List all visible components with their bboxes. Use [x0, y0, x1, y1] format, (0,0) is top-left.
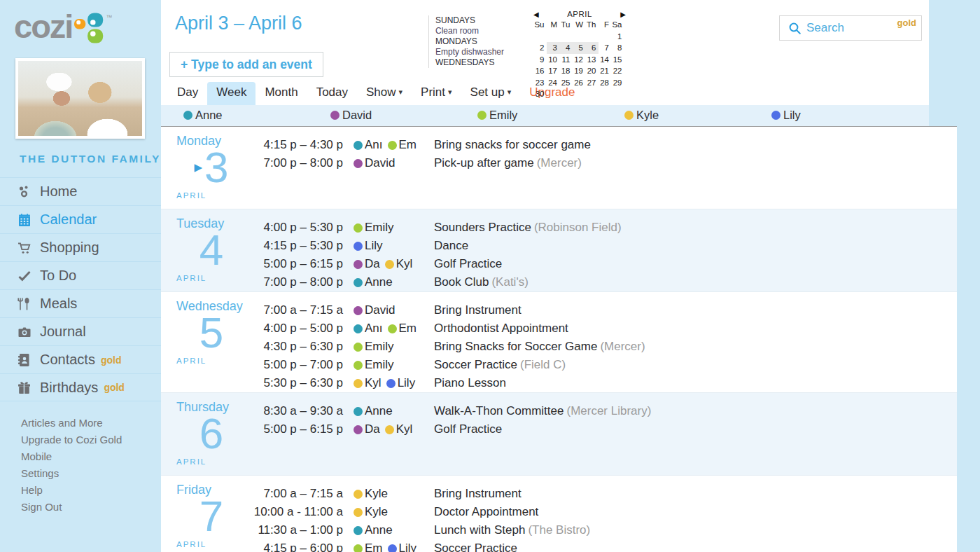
tab-week[interactable]: Week: [207, 82, 255, 105]
mini-calendar-date[interactable]: 14: [598, 54, 612, 66]
event-row[interactable]: 10:00 a - 11:00 aKyleDoctor Appointment: [238, 503, 957, 521]
sidebar-item-contacts[interactable]: Contactsgold: [0, 345, 161, 373]
mini-calendar: ◀ APRIL ▶ SuMTuWThFSa1234567891011121314…: [533, 10, 626, 100]
tab-show[interactable]: Show▾: [357, 82, 412, 105]
search-input[interactable]: [806, 16, 890, 40]
event-time: 5:00 p – 6:15 p: [238, 420, 343, 439]
mini-calendar-date[interactable]: 10: [547, 54, 560, 66]
tab-day[interactable]: Day: [168, 82, 207, 105]
sidebar-link-articles-and-more[interactable]: Articles and More: [21, 415, 161, 432]
sidebar-item-birthdays[interactable]: Birthdaysgold: [0, 373, 161, 401]
mini-calendar-date[interactable]: 24: [547, 77, 560, 89]
mini-calendar-date[interactable]: 4: [559, 42, 573, 54]
event-row[interactable]: 8:30 a – 9:30 aAnneWalk-A-Thon Committee…: [238, 402, 957, 420]
sidebar-link-upgrade-to-cozi-gold[interactable]: Upgrade to Cozi Gold: [21, 432, 161, 448]
event-row[interactable]: 4:00 p – 5:00 pAnıEmOrthodontist Appoint…: [238, 319, 957, 338]
sidebar-item-journal[interactable]: Journal: [0, 317, 161, 345]
day-number: 4: [200, 228, 223, 272]
mini-calendar-date[interactable]: 28: [598, 77, 612, 89]
event-row[interactable]: 5:00 p – 6:15 pDaKylGolf Practice: [238, 420, 957, 439]
sidebar-item-meals[interactable]: Meals: [0, 289, 161, 317]
event-title-text: Sounders Practice: [434, 221, 531, 234]
mini-calendar-date[interactable]: 6: [585, 42, 598, 54]
event-title: Soccer Practice(Field C): [434, 356, 957, 374]
tab-today[interactable]: Today: [307, 82, 357, 105]
mini-calendar-date[interactable]: 12: [573, 54, 586, 66]
attendee-name: Anı: [365, 136, 383, 154]
event-location: (The Bistro): [528, 523, 590, 537]
mini-calendar-date[interactable]: 1: [611, 31, 624, 43]
mini-calendar-date[interactable]: 22: [611, 65, 624, 77]
mini-calendar-date[interactable]: 13: [585, 54, 598, 66]
mini-calendar-empty-cell: [585, 88, 598, 100]
mini-calendar-date[interactable]: 20: [585, 65, 598, 77]
attendee-name: Kyl: [396, 255, 413, 273]
tab-print[interactable]: Print▾: [412, 82, 461, 105]
mini-calendar-date[interactable]: 19: [573, 65, 586, 77]
attendee-name: Kyle: [365, 503, 388, 521]
mini-calendar-date[interactable]: 3: [547, 42, 560, 54]
mini-calendar-date[interactable]: 27: [585, 77, 598, 89]
event-row[interactable]: 5:30 p – 6:30 pKylLilyPiano Lesson: [238, 374, 957, 392]
event-title: Golf Practice: [434, 255, 957, 273]
mini-calendar-date[interactable]: 5: [573, 42, 586, 54]
mini-calendar-date[interactable]: 2: [533, 42, 547, 54]
event-row[interactable]: 5:00 p – 6:15 pDaKylGolf Practice: [238, 255, 957, 273]
mini-calendar-date[interactable]: 17: [547, 65, 560, 77]
mini-calendar-date[interactable]: 26: [573, 77, 586, 89]
sidebar-link-mobile[interactable]: Mobile: [21, 448, 161, 465]
event-row[interactable]: 7:00 a – 7:15 aDavidBring Instrument: [238, 301, 957, 319]
sidebar-link-sign-out[interactable]: Sign Out: [21, 499, 161, 516]
mini-calendar-empty-cell: [547, 88, 560, 100]
search-gold-badge: gold: [897, 18, 916, 28]
event-row[interactable]: 7:00 p – 8:00 pAnneBook Club(Kati's): [238, 273, 957, 291]
search-box: gold: [779, 15, 922, 41]
event-row[interactable]: 7:00 a – 7:15 aKyleBring Instrument: [238, 485, 957, 503]
sidebar-item-label: Home: [40, 184, 77, 200]
mini-calendar-date[interactable]: 25: [559, 77, 573, 89]
mini-calendar-date[interactable]: 21: [598, 65, 612, 77]
day-header: Thursday6APRIL: [176, 400, 246, 466]
mini-calendar-date[interactable]: 9: [533, 54, 547, 66]
sidebar-item-calendar[interactable]: Calendar: [0, 205, 161, 233]
sidebar-link-settings[interactable]: Settings: [21, 465, 161, 482]
mini-calendar-date[interactable]: 15: [611, 54, 624, 66]
event-title-text: Book Club: [434, 275, 489, 289]
mini-calendar-date[interactable]: 29: [611, 77, 624, 89]
tab-month[interactable]: Month: [255, 82, 307, 105]
event-row[interactable]: 4:15 p – 4:30 pAnıEmBring snacks for soc…: [238, 136, 957, 154]
sidebar-item-to-do[interactable]: To Do: [0, 261, 161, 289]
event-row[interactable]: 4:00 p – 5:30 pEmilySounders Practice(Ro…: [238, 219, 957, 237]
event-row[interactable]: 4:30 p – 6:30 pEmilyBring Snacks for Soc…: [238, 338, 957, 356]
sidebar-item-label: Journal: [40, 324, 86, 340]
add-event-button[interactable]: + Type to add an event: [169, 52, 323, 77]
mini-calendar-empty-cell: [573, 88, 586, 100]
next-month-button right-triangle-icon[interactable]: ▶: [616, 11, 626, 18]
prev-month-button left-triangle-icon[interactable]: ◀: [533, 11, 543, 18]
attendee-chip-david: David: [354, 154, 395, 172]
attendee-name: Da: [365, 420, 380, 439]
event-row[interactable]: 11:30 a – 1:00 pAnneLunch with Steph(The…: [238, 521, 957, 539]
tab-set-up[interactable]: Set up▾: [461, 82, 521, 105]
cozi-logo[interactable]: cozi ™: [0, 0, 161, 47]
mini-calendar-date[interactable]: 16: [533, 65, 547, 77]
contacts-icon: [18, 353, 33, 367]
event-time: 7:00 p – 8:00 p: [238, 154, 343, 172]
mini-calendar-date[interactable]: 7: [598, 42, 612, 54]
event-attendees: Anne: [354, 273, 424, 291]
mini-calendar-date[interactable]: 30: [533, 88, 547, 100]
attendee-name: Em: [365, 539, 383, 552]
event-row[interactable]: 7:00 p – 8:00 pDavidPick-up after game(M…: [238, 154, 957, 172]
sidebar-item-home[interactable]: Home: [0, 177, 161, 205]
event-row[interactable]: 5:00 p – 7:00 pEmilySoccer Practice(Fiel…: [238, 356, 957, 374]
mini-calendar-date[interactable]: 18: [559, 65, 573, 77]
mini-calendar-date[interactable]: 23: [533, 77, 547, 89]
event-row[interactable]: 4:15 p – 5:30 pLilyDance: [238, 237, 957, 255]
sidebar-link-help[interactable]: Help: [21, 482, 161, 499]
event-row[interactable]: 4:15 p – 6:00 pEmLilySoccer Practice: [238, 539, 957, 552]
family-icon: [18, 185, 33, 199]
mini-calendar-date[interactable]: 11: [559, 54, 573, 66]
mini-calendar-date[interactable]: 8: [611, 42, 624, 54]
sidebar-item-label: Birthdays: [40, 380, 98, 396]
sidebar-item-shopping[interactable]: Shopping: [0, 233, 161, 261]
